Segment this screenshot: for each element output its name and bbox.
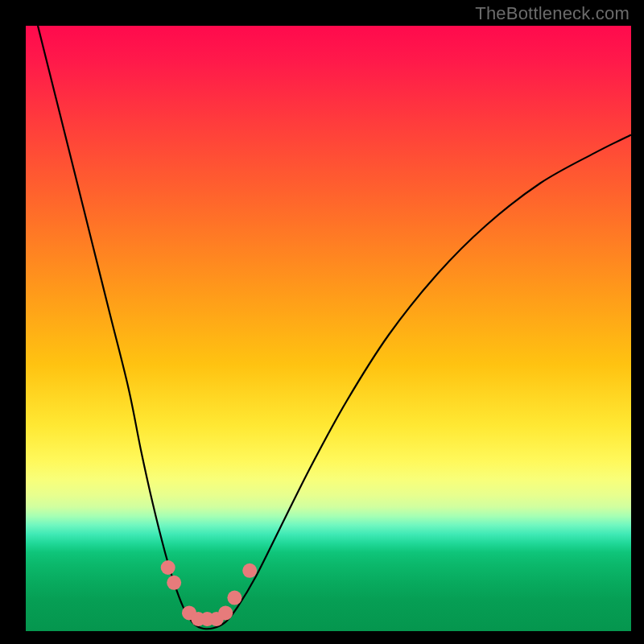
curve-markers [161, 560, 258, 626]
plot-area [26, 26, 631, 631]
bottleneck-curve [38, 26, 631, 629]
curve-marker [167, 576, 181, 590]
curve-marker [242, 564, 257, 578]
chart-frame: TheBottleneck.com [0, 0, 644, 644]
curve-marker [161, 560, 175, 575]
curve-layer [26, 26, 631, 631]
watermark-text: TheBottleneck.com [475, 3, 630, 24]
curve-marker [227, 591, 242, 605]
curve-marker [218, 605, 233, 620]
